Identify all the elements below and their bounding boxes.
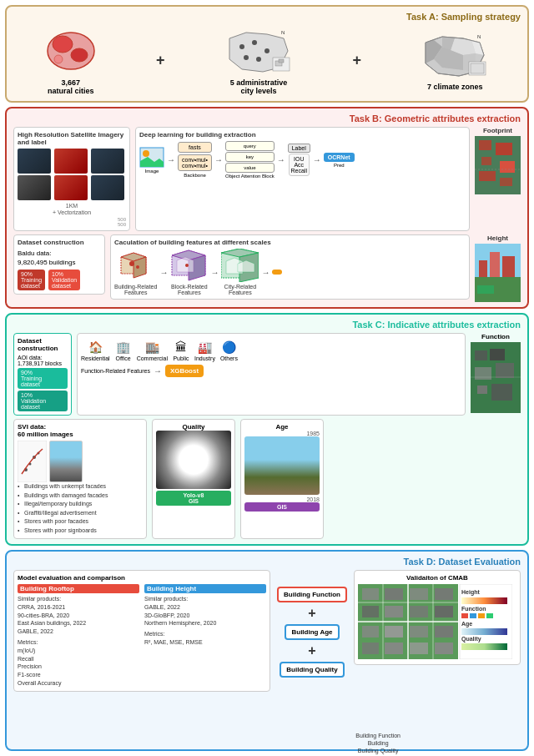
query-block: query [225, 141, 275, 151]
block-3d-icon [170, 249, 208, 282]
age-attr-box: Building Age [285, 624, 339, 640]
validation-box: Validaiton of CMAB [354, 570, 521, 665]
svg-rect-19 [479, 140, 491, 150]
svg-rect-64 [385, 606, 403, 617]
scale-label: 1KM [18, 203, 126, 209]
label-block: Label IOUAccRecall [288, 144, 310, 176]
age-img [244, 436, 320, 495]
task-d-right: Validaiton of CMAB [354, 570, 521, 695]
svg-rect-65 [410, 606, 428, 617]
svg-point-3 [54, 55, 63, 63]
validation-map-svg: Height Function Age Quality [358, 584, 512, 659]
quality-title: Quality [156, 423, 231, 431]
task-c-dataset: Dataset construction AOI data:1,738,917 … [13, 333, 72, 416]
c-train-badge: 90%Trainingdataset [18, 368, 68, 389]
svg-point-1 [53, 36, 73, 53]
svg-text:Function: Function [461, 606, 486, 612]
function-img-label: Function [481, 333, 510, 340]
function-pipeline: Function-Related Features → XGBoost [81, 365, 461, 377]
year-start: 1985 [244, 431, 320, 436]
svg-point-7 [256, 57, 261, 62]
svg-text:Height: Height [461, 589, 480, 596]
dataset-box: Dataset construction Baldu data: 9,820,4… [13, 234, 105, 295]
key-block: key [225, 152, 275, 162]
svi-scatter-icon [18, 441, 47, 482]
plus-1: + [156, 52, 165, 69]
sat-cell-3 [91, 149, 124, 174]
svg-rect-74 [435, 643, 453, 654]
feat-arrow-3: → [261, 268, 270, 277]
building-3d-icon [117, 249, 154, 282]
task-a-title: Task A: Sampling strategy [13, 12, 521, 22]
footprint-container: Footprint [475, 127, 521, 231]
dataset-title: Dataset construction [18, 239, 101, 246]
iou-box: IOUAccRecall [289, 154, 310, 176]
sat-cell-5 [54, 175, 88, 200]
baidu-label: Baldu data: [18, 249, 51, 257]
svg-point-6 [264, 48, 270, 53]
svg-rect-12 [279, 59, 284, 63]
svg-rect-45 [477, 285, 494, 294]
svg-point-5 [252, 40, 257, 45]
svg-rect-61 [410, 588, 428, 600]
sat-title: High Resolution Satellite Imagery and la… [18, 131, 126, 146]
svi-item-6: Stores with poor signboards [18, 527, 143, 536]
block-feat-label: Block-RelatedFeatures [171, 284, 208, 295]
svg-text:Age: Age [461, 621, 472, 627]
rooftop-metrics: Metrics: m(IoU) Recall Precision F1-scor… [18, 638, 139, 688]
svg-rect-52 [491, 384, 512, 401]
age-box: Age 1985 2018 GIS [240, 419, 324, 539]
dl-pipeline: Image → fasts conv•mul•conv•mul• Backbon… [139, 141, 466, 179]
svi-title: SVI data:60 million images [18, 423, 143, 438]
svg-rect-67 [362, 626, 379, 638]
svg-rect-71 [362, 643, 379, 654]
image-label: Image [145, 169, 159, 174]
train-badge: 90%Trainingdataset [18, 270, 45, 290]
public-label: Public [173, 355, 189, 361]
building-features: Building-RelatedFeatures [114, 249, 157, 295]
yolo-badge: Yolo-v8GIS [156, 491, 231, 506]
gis-badge: GIS [244, 502, 320, 512]
func-arrow: → [154, 366, 162, 375]
city-features: City-RelatedFeatures [221, 249, 259, 295]
commercial-icon: 🏬 [144, 340, 160, 355]
others-label: Others [220, 355, 238, 361]
svg-rect-60 [385, 588, 403, 600]
sat-cell-2 [54, 149, 88, 174]
svg-rect-80 [470, 613, 476, 618]
task-c-panel: Task C: Indicative attributes extraction… [5, 313, 529, 546]
dataset-stats: Baldu data: 9,820,495 buildings [18, 249, 101, 267]
residential-icon: 🏠 [87, 340, 103, 355]
ocrnet-block: OCRNet Pred [324, 153, 355, 168]
features-box: Caculation of building features at diffe… [110, 234, 470, 300]
svg-rect-23 [479, 171, 496, 181]
backbone-label: fasts [178, 142, 212, 153]
svg-rect-20 [496, 143, 512, 155]
pred-label: Pred [334, 163, 345, 168]
svg-rect-49 [475, 367, 491, 380]
buildings-count: 9,820,495 buildings [18, 259, 75, 266]
attention-label: Object Attention Block [225, 174, 275, 179]
c-xgboost: XGBoost [165, 365, 204, 377]
svg-point-8 [244, 55, 249, 60]
svg-rect-43 [490, 252, 500, 277]
bottom-labels: Building FunctionBuildingBuilding Qualit… [355, 732, 400, 754]
attention-block: query key value Object Attention Block [225, 141, 275, 179]
svg-text:N: N [477, 34, 481, 39]
svg-point-0 [48, 33, 94, 69]
svg-rect-77 [461, 597, 507, 604]
block-features: Block-RelatedFeatures [170, 249, 208, 295]
city-3d-icon [221, 249, 259, 282]
svi-item-4: Graffiti/Illegal advertisement [18, 509, 143, 518]
svg-marker-27 [134, 257, 146, 278]
admin-label: 5 administrativecity levels [230, 78, 288, 95]
svg-point-29 [136, 265, 139, 269]
task-d-left: Model evaluation and comparison Building… [13, 570, 270, 695]
svg-rect-84 [461, 628, 507, 635]
ocrnet-badge: OCRNet [324, 153, 355, 162]
year-end: 2018 [244, 496, 320, 502]
function-satellite-map [471, 342, 521, 413]
height-col: Building Height Similar products: GABLE,… [144, 584, 266, 688]
residential-label: Residential [81, 355, 110, 361]
svg-rect-82 [486, 613, 493, 618]
